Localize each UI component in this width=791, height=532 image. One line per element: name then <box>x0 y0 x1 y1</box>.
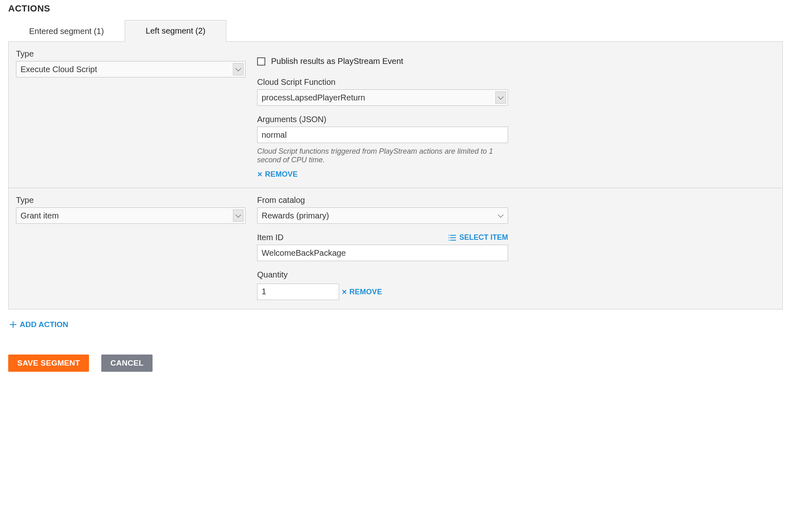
add-action-button[interactable]: ADD ACTION <box>10 320 68 329</box>
select-item-link[interactable]: SELECT ITEM <box>449 233 508 242</box>
select-item-label: SELECT ITEM <box>459 233 508 242</box>
publish-results-label: Publish results as PlayStream Event <box>271 57 403 66</box>
section-title: ACTIONS <box>8 3 783 14</box>
type-select-value: Grant item <box>21 211 59 221</box>
remove-action-button[interactable]: REMOVE <box>257 170 298 179</box>
remove-label: REMOVE <box>349 288 382 296</box>
add-action-label: ADD ACTION <box>20 320 68 329</box>
from-catalog-value: Rewards (primary) <box>262 211 329 221</box>
type-label: Type <box>16 49 246 59</box>
close-icon <box>342 288 347 296</box>
from-catalog-select[interactable]: Rewards (primary) <box>257 207 508 224</box>
type-select[interactable]: Grant item <box>16 207 246 224</box>
remove-label: REMOVE <box>265 170 298 179</box>
tab-left-segment[interactable]: Left segment (2) <box>125 20 226 42</box>
tab-entered-segment[interactable]: Entered segment (1) <box>8 20 125 42</box>
quantity-label: Quantity <box>257 270 508 280</box>
cloud-script-hint: Cloud Script functions triggered from Pl… <box>257 147 508 164</box>
remove-action-button[interactable]: REMOVE <box>342 288 382 296</box>
type-select[interactable]: Execute Cloud Script <box>16 61 246 77</box>
chevron-down-icon <box>233 63 244 75</box>
plus-icon <box>10 321 16 328</box>
arguments-input[interactable] <box>257 127 508 143</box>
save-segment-button[interactable]: SAVE SEGMENT <box>8 355 89 372</box>
cancel-button[interactable]: CANCEL <box>101 355 153 372</box>
action-block-2: Type Grant item From catalog Rewards (pr… <box>9 188 782 309</box>
footer-buttons: SAVE SEGMENT CANCEL <box>8 355 783 372</box>
type-label: Type <box>16 196 246 205</box>
arguments-label: Arguments (JSON) <box>257 115 508 124</box>
list-icon <box>449 235 456 241</box>
chevron-down-icon <box>495 91 506 104</box>
cloud-script-function-label: Cloud Script Function <box>257 77 508 87</box>
actions-tabs: Entered segment (1) Left segment (2) <box>8 20 783 41</box>
from-catalog-label: From catalog <box>257 196 508 205</box>
item-id-input[interactable] <box>257 245 508 261</box>
type-select-value: Execute Cloud Script <box>21 65 97 74</box>
cloud-script-function-select[interactable]: processLapsedPlayerReturn <box>257 89 508 106</box>
action-block-1: Type Execute Cloud Script Publish result… <box>9 42 782 188</box>
actions-panel: Type Execute Cloud Script Publish result… <box>8 41 783 309</box>
quantity-input[interactable] <box>257 284 339 300</box>
publish-results-checkbox[interactable] <box>257 57 265 66</box>
cloud-script-function-value: processLapsedPlayerReturn <box>262 93 365 102</box>
close-icon <box>257 170 262 179</box>
chevron-down-icon <box>233 209 244 222</box>
item-id-label: Item ID <box>257 233 283 242</box>
chevron-down-icon <box>495 209 506 222</box>
